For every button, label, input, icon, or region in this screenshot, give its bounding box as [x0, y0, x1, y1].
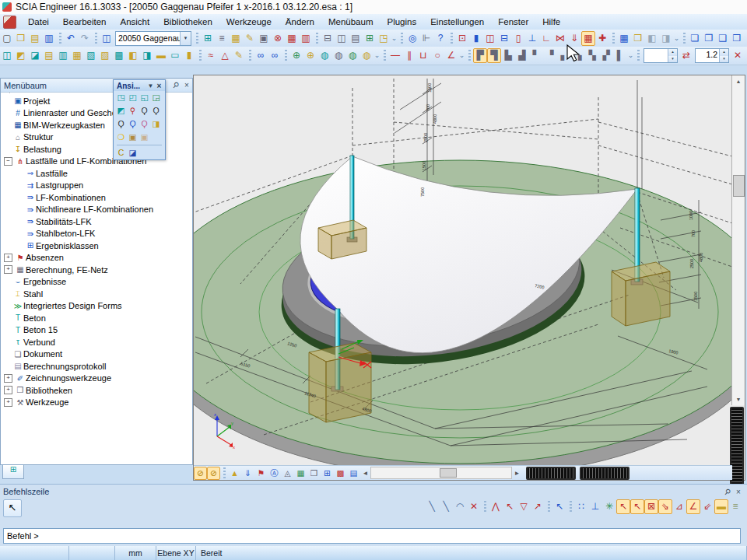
snap-angle-icon[interactable]: ∠ [686, 499, 700, 514]
accel-5-icon[interactable]: ◍ [345, 48, 359, 63]
polygon-icon[interactable]: △ [218, 48, 232, 63]
member-1d-icon[interactable]: ▮ [469, 31, 483, 46]
fixed-end-icon[interactable]: ◪ [28, 48, 42, 63]
polyline-icon[interactable]: ≈ [204, 48, 218, 63]
dim-line-icon[interactable]: — [388, 48, 402, 63]
menubaum-tab[interactable]: ⊞ [2, 465, 24, 479]
view-1-icon[interactable]: ▛ [473, 48, 487, 63]
tree-item-bibliotheken[interactable]: +❒Bibliotheken [1, 384, 192, 397]
offset-icon[interactable]: ▥ [56, 48, 70, 63]
loads-display-icon[interactable]: ⇓ [241, 467, 254, 480]
clipboard-icon[interactable]: ⊞ [201, 31, 215, 46]
tree-item-absenzen[interactable]: +⚑Absenzen [1, 252, 192, 264]
view-7-icon[interactable]: ▖ [557, 48, 571, 63]
center-icon[interactable]: ✚ [595, 31, 609, 46]
view-4-icon[interactable]: ▟ [515, 48, 529, 63]
view-11-icon[interactable]: ▌ [613, 48, 627, 63]
tree-item-zeichnungswerkzeuge[interactable]: +✐Zeichnungswerkzeuge [1, 373, 192, 385]
hinge-end-icon[interactable]: ◩ [14, 48, 28, 63]
numbers-display-icon[interactable]: ⊞ [321, 467, 334, 480]
tree-item-beton-15[interactable]: ΤBeton 15 [1, 324, 192, 337]
walk-mode-icon[interactable]: ⚲ [127, 105, 139, 117]
view-settings-icon[interactable]: C [115, 147, 127, 159]
surfaces-display-icon[interactable]: ▦ [294, 467, 307, 480]
folder-export-icon[interactable]: ❒ [631, 31, 645, 46]
results-display-icon[interactable]: ▩ [334, 467, 347, 480]
scroll-up-icon[interactable]: ▲ [732, 75, 745, 87]
horizontal-scrollbar[interactable] [370, 467, 512, 479]
measure-icon[interactable]: ⊩ [419, 31, 433, 46]
menu-plugins[interactable]: Plugins [380, 14, 423, 30]
combo-dropdown-icon[interactable]: ▼ [180, 32, 191, 45]
tree-item-verbund[interactable]: τVerbund [1, 336, 192, 348]
load-scale-spinner[interactable]: 1.2 ▴▾ [695, 48, 729, 63]
menu-bibliotheken[interactable]: Bibliotheken [156, 14, 219, 30]
local-axes-icon[interactable]: ▧ [84, 48, 98, 63]
view-9-icon[interactable]: ▚ [585, 48, 599, 63]
model-scene[interactable]: 1500700480025001500750010007004800250015… [194, 75, 732, 467]
overflow-chevron-icon[interactable]: ⌄ [458, 49, 465, 62]
cut-icon[interactable]: ✕ [731, 48, 745, 63]
dim-angle-icon[interactable]: ∠ [444, 48, 458, 63]
snap-arc-center-icon[interactable]: ⇙ [700, 499, 714, 514]
scroll-right-icon[interactable]: ► [512, 470, 522, 477]
render-display-icon[interactable]: ◬ [281, 467, 294, 480]
overflow-chevron-icon[interactable]: ⌄ [391, 32, 398, 45]
accel-4-icon[interactable]: ◍ [331, 48, 345, 63]
grid-display-icon[interactable]: ▤ [347, 467, 360, 480]
tree-item-ergebnisse[interactable]: ⌣Ergebnisse [1, 276, 192, 289]
tree-item-stahl[interactable]: ⌶Stahl [1, 288, 192, 300]
info-icon[interactable]: ? [433, 31, 447, 46]
layers-icon[interactable]: ≡ [215, 31, 229, 46]
overflow-chevron-icon[interactable]: ⌄ [374, 49, 381, 62]
window-tile-icon[interactable]: ❑ [716, 31, 730, 46]
view-rotation-slider-a[interactable] [526, 467, 576, 480]
haunch-icon[interactable]: ◧ [126, 48, 140, 63]
tree-item-lastf-lle[interactable]: ⇒Lastfälle [1, 167, 192, 180]
project-manager-icon[interactable]: ◫ [100, 31, 114, 46]
binocular-1-icon[interactable]: ∞ [254, 48, 268, 63]
select-mode-button[interactable]: ↖ [3, 499, 22, 517]
snap-mid-icon[interactable]: ╲ [439, 499, 453, 514]
menu-werkzeuge[interactable]: Werkzeuge [219, 14, 279, 30]
expand-icon[interactable]: + [4, 265, 12, 274]
tree-item-beton[interactable]: ΤBeton [1, 312, 192, 324]
deactivate-icon[interactable]: ⊗ [271, 31, 285, 46]
activity-icon[interactable]: ✎ [243, 31, 257, 46]
menu-bearbeiten[interactable]: Bearbeiten [56, 14, 114, 30]
zoom-selection-icon[interactable]: Ϙ [139, 118, 150, 130]
snap-tangent-icon[interactable]: ⇘ [658, 499, 672, 514]
expand-icon[interactable]: + [4, 374, 12, 383]
window-close-icon[interactable]: ❒ [730, 31, 744, 46]
palette-header[interactable]: Ansi... ▼ × [114, 80, 165, 91]
view-2-icon[interactable]: ▜ [487, 48, 501, 63]
spinner-arrows[interactable]: ▴▾ [668, 49, 677, 62]
snap-vertex-icon[interactable]: ⋀ [489, 499, 503, 514]
calculator-icon[interactable]: ▦ [229, 31, 243, 46]
dim-circle-icon[interactable]: ○ [430, 48, 444, 63]
scroll-down-icon[interactable]: ▼ [732, 394, 745, 405]
visibility-a-icon[interactable]: ◧ [645, 31, 659, 46]
clip-box-icon[interactable]: ▣ [127, 131, 139, 143]
open-icon[interactable]: ❒ [14, 31, 28, 46]
fe-props-icon[interactable]: ▦ [70, 48, 84, 63]
graphics-viewport[interactable]: 1500700480025001500750010007004800250015… [193, 75, 745, 481]
shading-icon[interactable]: ⊘ [207, 467, 220, 480]
select-cursor-icon[interactable]: ↖ [552, 499, 566, 514]
subsoil-icon[interactable]: ▬ [154, 48, 168, 63]
save-icon[interactable]: ▥ [42, 31, 56, 46]
labels-display-icon[interactable]: ⚑ [254, 467, 268, 480]
axes-display-icon[interactable]: ▲ [228, 467, 241, 480]
spinner-arrows[interactable]: ▴▾ [719, 49, 728, 62]
hinge-icon[interactable]: ∟ [539, 31, 553, 46]
names-display-icon[interactable]: Ⓐ [268, 467, 281, 480]
snap-point-icon[interactable]: ✳ [602, 499, 616, 514]
search-icon[interactable]: ◎ [405, 31, 419, 46]
light-icon[interactable]: ❍ [115, 131, 127, 143]
new-icon[interactable]: ▢ [0, 31, 14, 46]
cross-link-icon[interactable]: ⋈ [553, 31, 567, 46]
menu-einstellungen[interactable]: Einstellungen [423, 14, 491, 30]
tree-item-lastgruppen[interactable]: ⇉Lastgruppen [1, 180, 192, 192]
tree-item-lf-kombinationen[interactable]: ⇛LF-Kombinationen [1, 191, 192, 204]
menu-ansicht[interactable]: Ansicht [113, 14, 156, 30]
